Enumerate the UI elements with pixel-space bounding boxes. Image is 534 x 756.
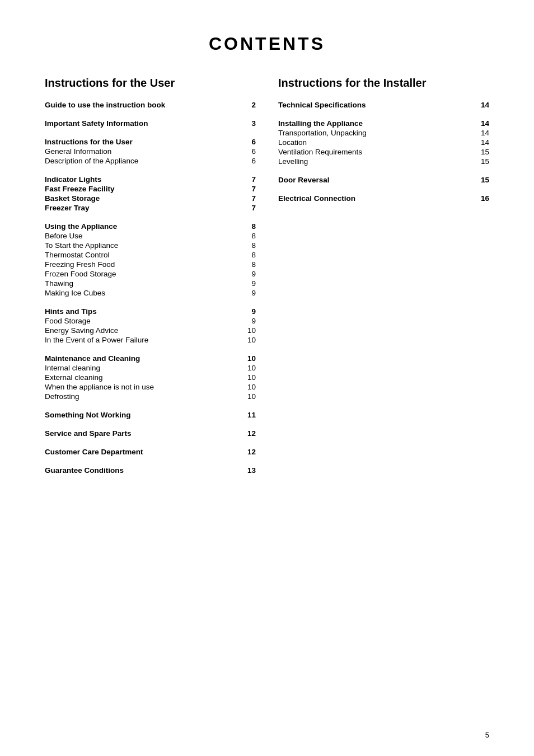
toc-group: Service and Spare Parts12	[45, 429, 256, 438]
entry-page: 10	[239, 336, 256, 344]
entry-page: 9	[239, 279, 256, 288]
entry-label: Frozen Food Storage	[45, 270, 239, 278]
toc-entry: In the Event of a Power Failure10	[45, 336, 256, 344]
entry-page: 9	[239, 289, 256, 297]
entry-label: Energy Saving Advice	[45, 326, 239, 335]
toc-group: Guide to use the instruction book2	[45, 101, 256, 109]
toc-entry: Thermostat Control8	[45, 251, 256, 259]
entry-label: Levelling	[278, 157, 472, 166]
entry-label: Hints and Tips	[45, 307, 239, 316]
toc-entry: Transportation, Unpacking14	[278, 129, 489, 137]
entry-label: Service and Spare Parts	[45, 429, 239, 438]
entry-page: 15	[472, 157, 489, 166]
entry-page: 11	[239, 411, 256, 419]
toc-entry: Fast Freeze Facility7	[45, 185, 256, 193]
entry-label: To Start the Appliance	[45, 241, 239, 250]
entry-label: Important Safety Information	[45, 119, 239, 128]
page-title: CONTENTS	[45, 34, 489, 54]
toc-entry: Making Ice Cubes9	[45, 289, 256, 297]
entry-label: Food Storage	[45, 317, 239, 325]
entry-label: Transportation, Unpacking	[278, 129, 472, 137]
entry-page: 6	[239, 147, 256, 156]
entry-page: 9	[239, 317, 256, 325]
entry-label: External cleaning	[45, 373, 239, 382]
toc-entry: Freezer Tray7	[45, 204, 256, 212]
toc-entry: Basket Storage7	[45, 194, 256, 203]
entry-page: 14	[472, 119, 489, 128]
toc-entry: Using the Appliance8	[45, 222, 256, 231]
toc-entry: Description of the Appliance6	[45, 157, 256, 165]
toc-entry: To Start the Appliance8	[45, 241, 256, 250]
toc-group: Using the Appliance8Before Use8To Start …	[45, 222, 256, 297]
entry-label: General Information	[45, 147, 239, 156]
entry-label: Customer Care Department	[45, 448, 239, 456]
entry-label: In the Event of a Power Failure	[45, 336, 239, 344]
entry-page: 8	[239, 232, 256, 240]
toc-entry: Technical Specifications14	[278, 101, 489, 109]
toc-entry: Location14	[278, 138, 489, 147]
entry-label: Basket Storage	[45, 194, 239, 203]
entry-page: 7	[239, 204, 256, 212]
toc-entry: Defrosting10	[45, 392, 256, 401]
page-number-footer: 5	[485, 731, 489, 739]
toc-group: Electrical Connection16	[278, 194, 489, 203]
entry-label: When the appliance is not in use	[45, 383, 239, 391]
entry-page: 7	[239, 194, 256, 203]
toc-entry: Levelling15	[278, 157, 489, 166]
entry-page: 8	[239, 251, 256, 259]
toc-entry: Service and Spare Parts12	[45, 429, 256, 438]
entry-label: Freezing Fresh Food	[45, 260, 239, 269]
toc-entry: Maintenance and Cleaning10	[45, 354, 256, 363]
toc-entry: Thawing9	[45, 279, 256, 288]
entry-page: 15	[472, 176, 489, 184]
toc-group: Installing the Appliance14Transportation…	[278, 119, 489, 166]
toc-group: Maintenance and Cleaning10Internal clean…	[45, 354, 256, 401]
entry-label: Fast Freeze Facility	[45, 185, 239, 193]
toc-entry: Indicator Lights7	[45, 175, 256, 184]
entry-page: 9	[239, 307, 256, 316]
entry-page: 10	[239, 373, 256, 382]
page: CONTENTS Instructions for the User Guide…	[0, 0, 534, 756]
toc-entry: Frozen Food Storage9	[45, 270, 256, 278]
toc-group: Technical Specifications14	[278, 101, 489, 109]
entry-page: 12	[239, 429, 256, 438]
toc-group: Customer Care Department12	[45, 448, 256, 456]
entry-label: Thermostat Control	[45, 251, 239, 259]
entry-page: 10	[239, 354, 256, 363]
entry-label: Making Ice Cubes	[45, 289, 239, 297]
toc-entry: Before Use8	[45, 232, 256, 240]
toc-group: Indicator Lights7Fast Freeze Facility7Ba…	[45, 175, 256, 212]
right-column: Instructions for the Installer Technical…	[278, 77, 489, 485]
entry-page: 8	[239, 241, 256, 250]
toc-entry: Freezing Fresh Food8	[45, 260, 256, 269]
entry-page: 2	[239, 101, 256, 109]
right-toc: Technical Specifications14Installing the…	[278, 101, 489, 203]
toc-group: Guarantee Conditions13	[45, 466, 256, 475]
left-column: Instructions for the User Guide to use t…	[45, 77, 256, 485]
two-column-layout: Instructions for the User Guide to use t…	[45, 77, 489, 485]
toc-entry: Something Not Working11	[45, 411, 256, 419]
toc-entry: Customer Care Department12	[45, 448, 256, 456]
entry-label: Technical Specifications	[278, 101, 472, 109]
toc-entry: Instructions for the User6	[45, 138, 256, 146]
entry-label: Instructions for the User	[45, 138, 239, 146]
entry-page: 14	[472, 138, 489, 147]
entry-label: Using the Appliance	[45, 222, 239, 231]
entry-page: 14	[472, 129, 489, 137]
entry-page: 12	[239, 448, 256, 456]
left-section-heading: Instructions for the User	[45, 77, 256, 90]
toc-entry: Installing the Appliance14	[278, 119, 489, 128]
toc-entry: Guide to use the instruction book2	[45, 101, 256, 109]
right-section-heading: Instructions for the Installer	[278, 77, 489, 90]
toc-entry: Food Storage9	[45, 317, 256, 325]
entry-label: Electrical Connection	[278, 194, 472, 203]
entry-label: Installing the Appliance	[278, 119, 472, 128]
entry-page: 3	[239, 119, 256, 128]
entry-label: Location	[278, 138, 472, 147]
entry-label: Defrosting	[45, 392, 239, 401]
entry-page: 6	[239, 138, 256, 146]
entry-label: Maintenance and Cleaning	[45, 354, 239, 363]
toc-group: Hints and Tips9Food Storage9Energy Savin…	[45, 307, 256, 344]
entry-label: Before Use	[45, 232, 239, 240]
toc-entry: Guarantee Conditions13	[45, 466, 256, 475]
